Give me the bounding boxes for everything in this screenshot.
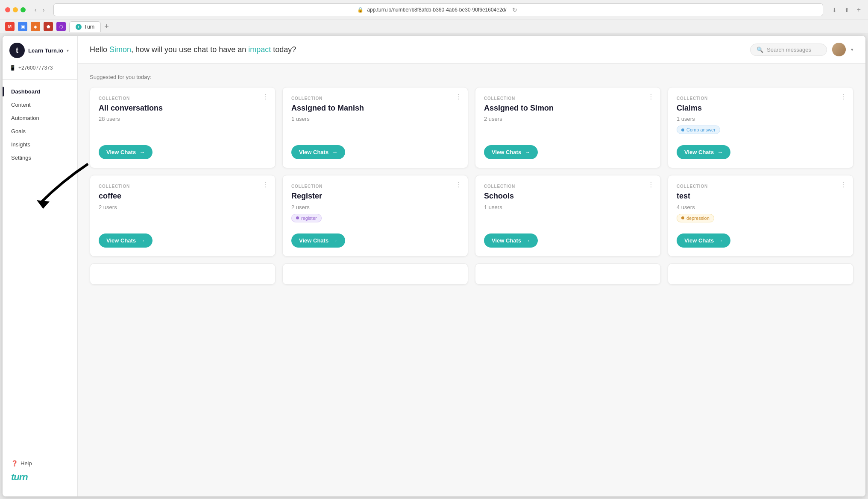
gmail-icon[interactable]: M	[5, 22, 15, 31]
view-chats-button-all-conversations[interactable]: View Chats →	[99, 145, 152, 159]
url-text: app.turn.io/number/b8f8afcb-b360-4ab6-be…	[367, 7, 506, 13]
view-chats-label-2: View Chats	[299, 149, 328, 155]
sidebar-nav: Dashboard Content Automation Goals Insig…	[3, 79, 77, 453]
forward-button[interactable]: ›	[41, 6, 47, 14]
greeting-suffix: today?	[271, 45, 296, 54]
address-bar[interactable]: 🔒 app.turn.io/number/b8f8afcb-b360-4ab6-…	[53, 3, 823, 16]
card-menu-claims[interactable]: ⋮	[840, 93, 847, 100]
org-name: Learn Turn.io	[28, 47, 63, 54]
card-title-manish: Assigned to Manish	[291, 103, 459, 113]
greeting-prefix: Hello	[90, 45, 109, 54]
phone-row: 📱 +27600777373	[3, 65, 77, 79]
org-dropdown-caret[interactable]: ▾	[67, 48, 69, 53]
view-chats-button-manish[interactable]: View Chats →	[291, 145, 345, 159]
card-menu-schools[interactable]: ⋮	[648, 181, 654, 188]
view-chats-button-register[interactable]: View Chats →	[291, 233, 345, 248]
tag-dot-icon	[681, 128, 684, 131]
new-tab-button[interactable]: +	[855, 5, 863, 15]
sidebar: t Learn Turn.io ▾ 📱 +27600777373 Dashboa…	[3, 36, 78, 496]
partial-card-4	[668, 263, 853, 285]
help-link[interactable]: ❓ Help	[11, 460, 69, 467]
card-users-test: 4 users	[677, 204, 845, 210]
tag-register[interactable]: register	[291, 214, 322, 222]
close-window-button[interactable]	[5, 7, 10, 12]
tag-label-test: depression	[686, 216, 710, 221]
sidebar-item-insights[interactable]: Insights	[3, 138, 77, 151]
partial-card-2	[282, 263, 468, 285]
app-container: t Learn Turn.io ▾ 📱 +27600777373 Dashboa…	[3, 36, 865, 496]
view-chats-label-3: View Chats	[492, 149, 521, 155]
btn-arrow-icon-7: →	[525, 237, 530, 244]
btn-arrow-icon-6: →	[332, 237, 337, 244]
app-icon-5[interactable]: ⬡	[56, 22, 66, 31]
tag-label: Comp answer	[686, 127, 716, 132]
avatar-dropdown-caret[interactable]: ▾	[851, 47, 853, 53]
traffic-lights	[5, 7, 26, 12]
content-body: Suggested for you today: ⋮ COLLECTION Al…	[78, 64, 865, 302]
card-users-coffee: 2 users	[99, 204, 267, 210]
card-title-claims: Claims	[677, 103, 845, 113]
minimize-window-button[interactable]	[13, 7, 18, 12]
collection-label-2: COLLECTION	[291, 96, 459, 101]
view-chats-button-test[interactable]: View Chats →	[677, 233, 730, 248]
card-coffee: ⋮ COLLECTION coffee 2 users View Chats →	[90, 175, 276, 256]
card-menu-simon[interactable]: ⋮	[648, 93, 654, 100]
collection-label-1: COLLECTION	[99, 96, 267, 101]
tag-dot-register-icon	[296, 216, 299, 219]
tag-label-register: register	[301, 216, 317, 221]
collection-label-8: COLLECTION	[677, 184, 845, 189]
cards-row-3-partial	[90, 263, 853, 285]
new-tab-plus-button[interactable]: +	[104, 22, 109, 31]
active-tab[interactable]: t Turn	[69, 21, 101, 32]
search-bar[interactable]: 🔍 Search messages	[750, 44, 827, 56]
view-chats-button-simon[interactable]: View Chats →	[484, 145, 538, 159]
downloads-button[interactable]: ⬇	[830, 5, 839, 15]
card-menu-test[interactable]: ⋮	[840, 181, 847, 188]
tag-depression[interactable]: depression	[677, 214, 714, 222]
maximize-window-button[interactable]	[21, 7, 26, 12]
sidebar-item-dashboard[interactable]: Dashboard	[3, 85, 77, 98]
card-tags-test: depression	[677, 214, 845, 222]
share-button[interactable]: ⬆	[842, 5, 851, 15]
gdrive-icon[interactable]: ▣	[18, 22, 27, 31]
tag-dot-test-icon	[681, 216, 684, 219]
browser-chrome: ‹ › 🔒 app.turn.io/number/b8f8afcb-b360-4…	[0, 0, 868, 20]
main-header: Hello Simon, how will you use chat to ha…	[78, 36, 865, 64]
view-chats-button-claims[interactable]: View Chats →	[677, 145, 730, 159]
card-menu-register[interactable]: ⋮	[455, 181, 462, 188]
view-chats-button-coffee[interactable]: View Chats →	[99, 233, 152, 248]
app-icon-4[interactable]: ⬟	[44, 22, 53, 31]
tab-favicon: t	[76, 24, 82, 30]
collection-label-7: COLLECTION	[484, 184, 652, 189]
sidebar-item-content[interactable]: Content	[3, 98, 77, 111]
app-icon-3[interactable]: ◆	[31, 22, 40, 31]
card-title-register: Register	[291, 191, 459, 201]
view-chats-button-schools[interactable]: View Chats →	[484, 233, 538, 248]
partial-card-1	[90, 263, 276, 285]
card-title-simon: Assigned to Simon	[484, 103, 652, 113]
card-menu-all-conversations[interactable]: ⋮	[262, 93, 269, 100]
collection-label-5: COLLECTION	[99, 184, 267, 189]
card-title-all-conversations: All conversations	[99, 103, 267, 113]
sidebar-item-goals[interactable]: Goals	[3, 125, 77, 138]
avatar[interactable]	[832, 43, 846, 56]
sidebar-item-settings[interactable]: Settings	[3, 151, 77, 164]
tag-comp-answer[interactable]: Comp answer	[677, 125, 720, 134]
btn-arrow-icon-8: →	[717, 237, 723, 244]
view-chats-label-8: View Chats	[684, 237, 714, 244]
back-button[interactable]: ‹	[32, 6, 39, 14]
org-logo: t	[9, 43, 25, 58]
collection-label-4: COLLECTION	[677, 96, 845, 101]
collection-label-3: COLLECTION	[484, 96, 652, 101]
sidebar-item-automation[interactable]: Automation	[3, 111, 77, 125]
view-chats-label-6: View Chats	[299, 237, 328, 244]
greeting-name: Simon	[109, 45, 131, 54]
refresh-button[interactable]: ↻	[510, 6, 519, 14]
card-users-all-conversations: 28 users	[99, 116, 267, 122]
card-menu-coffee[interactable]: ⋮	[262, 181, 269, 188]
card-menu-manish[interactable]: ⋮	[455, 93, 462, 100]
card-tags-register: register	[291, 214, 459, 222]
card-tags-claims: Comp answer	[677, 125, 845, 134]
browser-navigation: ‹ ›	[32, 6, 47, 14]
partial-card-3	[475, 263, 661, 285]
